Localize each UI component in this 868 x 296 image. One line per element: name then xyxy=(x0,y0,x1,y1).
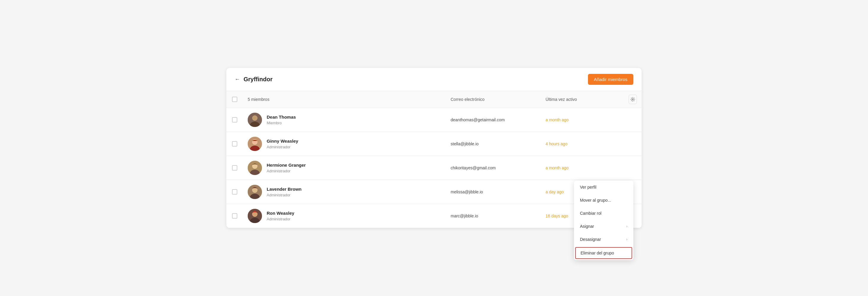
context-menu-item-mover-grupo[interactable]: Mover al grupo... xyxy=(574,194,633,207)
email-column-header: Correo electrónico xyxy=(446,97,541,102)
avatar-dean xyxy=(248,113,262,127)
avatar-ginny xyxy=(248,137,262,151)
row-checkbox-lavender[interactable] xyxy=(232,189,237,195)
back-button[interactable]: ← xyxy=(235,76,240,83)
add-members-button[interactable]: Añadir miembros xyxy=(588,74,633,85)
member-role-ginny: Administrador xyxy=(267,145,298,149)
select-all-cell xyxy=(226,97,243,102)
member-info-dean: Dean Thomas Miembro xyxy=(243,108,446,132)
table-row[interactable]: Ginny Weasley Administrador stella@jibbl… xyxy=(226,132,642,156)
member-last-active-hermione: a month ago xyxy=(541,165,624,170)
member-name-dean: Dean Thomas xyxy=(267,114,296,120)
member-email-ginny: stella@jibble.io xyxy=(446,141,541,146)
header-left: ← Gryffindor xyxy=(235,76,273,83)
member-details-ginny: Ginny Weasley Administrador xyxy=(267,138,298,149)
context-menu-item-cambiar-rol[interactable]: Cambiar rol xyxy=(574,207,633,220)
member-info-ginny: Ginny Weasley Administrador xyxy=(243,132,446,156)
row-checkbox-ron[interactable] xyxy=(232,213,237,219)
avatar-hermione xyxy=(248,161,262,175)
member-name-hermione: Hermione Granger xyxy=(267,163,306,168)
member-info-ron: Ron Weasley Administrador xyxy=(243,204,446,228)
row-checkbox-cell xyxy=(226,117,243,123)
svg-point-16 xyxy=(252,188,257,193)
chevron-right-icon: › xyxy=(626,224,627,228)
row-checkbox-cell xyxy=(226,141,243,146)
main-container: ← Gryffindor Añadir miembros 5 miembros … xyxy=(226,68,642,228)
member-info-hermione: Hermione Granger Administrador xyxy=(243,156,446,180)
member-email-dean: deanthomas@getairmail.com xyxy=(446,118,541,122)
member-role-lavender: Administrador xyxy=(267,193,302,197)
row-checkbox-cell xyxy=(226,213,243,219)
table-header: 5 miembros Correo electrónico Última vez… xyxy=(226,91,642,108)
member-count-label: 5 miembros xyxy=(243,97,446,102)
row-checkbox-cell xyxy=(226,165,243,170)
table-settings-icon[interactable] xyxy=(629,95,637,104)
page-header: ← Gryffindor Añadir miembros xyxy=(226,68,642,91)
member-role-hermione: Administrador xyxy=(267,169,306,173)
member-role-ron: Administrador xyxy=(267,217,294,221)
page-title: Gryffindor xyxy=(244,76,273,83)
row-checkbox-ginny[interactable] xyxy=(232,141,237,146)
member-name-ron: Ron Weasley xyxy=(267,210,294,216)
table-row[interactable]: Hermione Granger Administrador chikorita… xyxy=(226,156,642,180)
member-name-lavender: Lavender Brown xyxy=(267,187,302,192)
context-menu-item-ver-perfil[interactable]: Ver perfil xyxy=(574,180,633,194)
svg-point-4 xyxy=(252,116,257,121)
settings-header-cell xyxy=(624,95,642,104)
member-details-dean: Dean Thomas Miembro xyxy=(267,114,296,125)
member-role-dean: Miembro xyxy=(267,121,296,125)
member-email-ron: marc@jibble.io xyxy=(446,213,541,218)
member-details-ron: Ron Weasley Administrador xyxy=(267,210,294,221)
member-last-active-ginny: 4 hours ago xyxy=(541,141,624,146)
row-checkbox-dean[interactable] xyxy=(232,117,237,123)
member-info-lavender: Lavender Brown Administrador xyxy=(243,180,446,204)
avatar-ron xyxy=(248,209,262,223)
context-menu-item-desasignar[interactable]: Desasignar › xyxy=(574,233,633,246)
last-active-column-header: Última vez activo xyxy=(541,97,624,102)
member-email-lavender: melissa@jibble.io xyxy=(446,190,541,194)
context-menu-item-asignar[interactable]: Asignar › xyxy=(574,220,633,233)
row-checkbox-cell xyxy=(226,189,243,195)
table-row[interactable]: Dean Thomas Miembro deanthomas@getairmai… xyxy=(226,108,642,132)
member-details-lavender: Lavender Brown Administrador xyxy=(267,187,302,197)
select-all-checkbox[interactable] xyxy=(232,97,237,102)
avatar-lavender xyxy=(248,185,262,199)
member-email-hermione: chikoritayes@gmail.com xyxy=(446,165,541,170)
row-checkbox-hermione[interactable] xyxy=(232,165,237,170)
context-menu: Ver perfil Mover al grupo... Cambiar rol… xyxy=(574,180,633,260)
context-menu-item-eliminar[interactable]: Eliminar del grupo xyxy=(575,247,632,259)
member-name-ginny: Ginny Weasley xyxy=(267,138,298,143)
member-details-hermione: Hermione Granger Administrador xyxy=(267,163,306,173)
member-last-active-dean: a month ago xyxy=(541,118,624,122)
chevron-right-icon: › xyxy=(626,237,627,241)
svg-point-0 xyxy=(632,99,633,100)
